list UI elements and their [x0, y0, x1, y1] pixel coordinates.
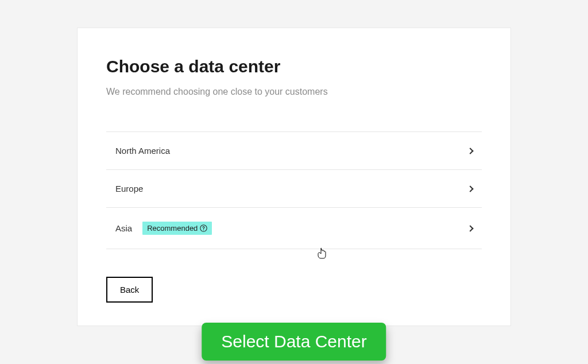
data-center-list: North America Europe Asia Recommended [106, 131, 482, 249]
back-button[interactable]: Back [106, 277, 153, 303]
option-asia[interactable]: Asia Recommended [106, 208, 482, 249]
option-left: Europe [115, 184, 143, 193]
question-circle-icon [200, 224, 207, 232]
option-label: Asia [115, 223, 132, 233]
chevron-right-icon [467, 185, 473, 192]
option-europe[interactable]: Europe [106, 170, 482, 208]
page-subtitle: We recommend choosing one close to your … [106, 87, 482, 97]
option-left: Asia Recommended [115, 222, 212, 235]
chevron-right-icon [467, 225, 473, 231]
chevron-right-icon [467, 148, 473, 154]
option-left: North America [115, 146, 170, 156]
overlay-banner: Select Data Center [202, 323, 386, 361]
option-label: Europe [115, 184, 143, 193]
badge-text: Recommended [147, 224, 198, 233]
page-title: Choose a data center [106, 57, 482, 76]
option-north-america[interactable]: North America [106, 132, 482, 170]
data-center-card: Choose a data center We recommend choosi… [77, 28, 511, 326]
svg-point-1 [203, 230, 204, 230]
recommended-badge: Recommended [142, 222, 212, 235]
option-label: North America [115, 146, 170, 156]
